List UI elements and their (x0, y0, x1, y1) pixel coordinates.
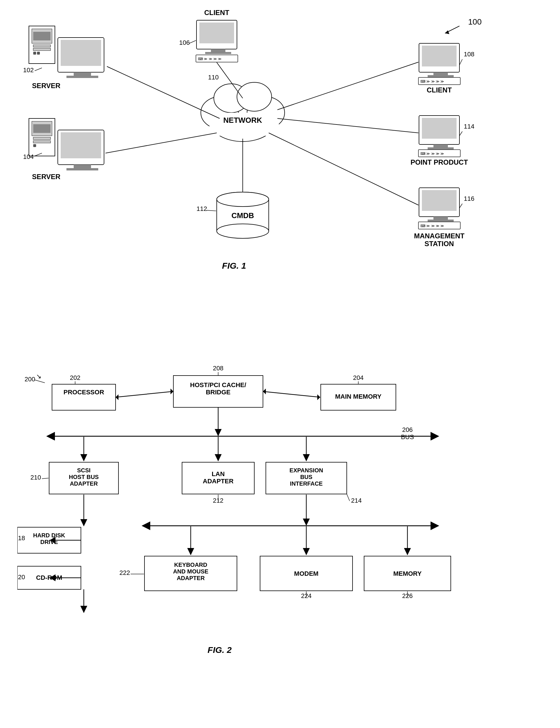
svg-marker-115 (303, 518, 310, 526)
svg-rect-26 (199, 23, 234, 43)
svg-marker-88 (215, 429, 222, 436)
svg-marker-113 (431, 521, 439, 530)
label-lan-1: LAN (212, 470, 225, 477)
svg-rect-18 (33, 141, 51, 143)
svg-line-100 (347, 494, 350, 501)
svg-line-69 (269, 133, 418, 205)
svg-rect-5 (33, 45, 51, 47)
label-kbd-2: AND MOUSE (173, 568, 208, 575)
svg-rect-35 (428, 75, 454, 77)
ref-210-text: 210 (30, 474, 41, 481)
svg-line-96 (42, 478, 49, 479)
label-network: NETWORK (223, 116, 262, 125)
page: 100 102 SERVER (0, 0, 560, 728)
label-scsi-2: HOST BUS (69, 474, 99, 480)
svg-point-57 (237, 82, 272, 111)
svg-marker-79 (116, 394, 118, 400)
svg-line-78 (116, 391, 173, 397)
svg-rect-49 (428, 220, 454, 222)
svg-rect-12 (66, 76, 98, 78)
svg-rect-23 (66, 168, 98, 171)
label-mgmt-station-1: MANAGEMENT (414, 232, 465, 240)
svg-marker-121 (404, 548, 411, 555)
fig2-svg: 200 ↘ PROCESSOR 202 HOST/PCI CACHE/ BRID… (17, 347, 543, 716)
svg-rect-11 (74, 72, 91, 76)
svg-marker-102 (80, 519, 87, 526)
label-processor: PROCESSOR (64, 388, 104, 396)
svg-line-81 (263, 391, 320, 397)
label-point-product: POINT PRODUCT (411, 158, 468, 166)
label-host-pci-1: HOST/PCI CACHE/ (190, 381, 246, 388)
label-hdd-1: HARD DISK (33, 532, 65, 538)
svg-marker-119 (303, 548, 310, 555)
svg-marker-111 (142, 521, 150, 530)
fig2-label: FIG. 2 (207, 645, 232, 655)
svg-marker-1 (445, 30, 449, 34)
svg-text:⌨ ≫ ≫ ≫ ≫: ⌨ ≫ ≫ ≫ ≫ (420, 79, 444, 84)
svg-text:⌨ ≫ ≫ ≫ ≫: ⌨ ≫ ≫ ≫ ≫ (420, 152, 444, 156)
label-host-pci-2: BRIDGE (206, 388, 231, 396)
fig1-container: 100 102 SERVER (17, 9, 543, 327)
label-expansion-2: BUS (300, 474, 312, 480)
svg-line-71 (35, 380, 45, 383)
svg-line-63 (207, 210, 216, 211)
svg-rect-10 (61, 40, 101, 66)
svg-rect-47 (422, 190, 457, 211)
svg-marker-94 (303, 454, 310, 461)
ref-206-text: 206 (402, 426, 413, 433)
label-kbd-1: KEYBOARD (174, 562, 207, 568)
ref-222-text: 222 (119, 569, 130, 576)
svg-rect-48 (433, 217, 448, 220)
label-scsi-1: SCSI (77, 467, 91, 473)
label-server1: SERVER (32, 82, 60, 90)
svg-rect-42 (428, 147, 454, 149)
svg-point-62 (217, 192, 269, 207)
svg-rect-40 (422, 118, 457, 139)
svg-marker-80 (170, 388, 173, 394)
label-memory: MEMORY (393, 570, 422, 577)
ref-202-text: 202 (70, 374, 81, 381)
ref-110-text: 110 (208, 74, 219, 81)
svg-rect-33 (422, 46, 457, 66)
svg-rect-17 (33, 137, 51, 140)
ref-220-text: 220 (17, 573, 25, 581)
svg-line-65 (107, 66, 220, 118)
label-mgmt-station-2: STATION (424, 240, 454, 248)
label-server2: SERVER (32, 173, 60, 181)
ref-208-text: 208 (213, 364, 224, 372)
svg-rect-7 (33, 52, 36, 55)
svg-line-66 (105, 133, 217, 153)
label-scsi-3: ADAPTER (70, 480, 98, 487)
label-client1: CLIENT (204, 9, 229, 16)
svg-text:⌨ ≫ ≫ ≫ ≫: ⌨ ≫ ≫ ≫ ≫ (198, 57, 222, 61)
label-main-memory: MAIN MEMORY (335, 393, 382, 400)
svg-marker-83 (317, 394, 320, 400)
ref-114-text: 114 (464, 123, 474, 130)
svg-rect-6 (33, 48, 51, 51)
svg-marker-92 (215, 454, 222, 461)
ref-108-text: 108 (464, 51, 474, 58)
svg-line-52 (459, 204, 462, 208)
label-expansion-1: EXPANSION (290, 467, 323, 473)
svg-marker-86 (431, 432, 439, 440)
svg-rect-34 (433, 72, 448, 75)
svg-marker-82 (263, 388, 266, 394)
label-cmdb: CMDB (231, 211, 254, 220)
label-lan-2: ADAPTER (203, 477, 233, 485)
svg-marker-84 (46, 432, 55, 440)
svg-rect-72 (52, 384, 116, 410)
svg-line-38 (459, 59, 462, 65)
ref-102-text: 102 (23, 66, 34, 74)
svg-marker-110 (80, 606, 87, 613)
svg-line-67 (277, 62, 418, 110)
svg-line-68 (277, 118, 418, 133)
ref-112-text: 112 (196, 205, 207, 212)
svg-rect-16 (33, 124, 51, 133)
svg-line-13 (35, 68, 42, 71)
label-kbd-3: ADAPTER (177, 575, 205, 581)
svg-rect-28 (205, 52, 231, 54)
fig1-svg: 100 102 SERVER (17, 9, 543, 327)
svg-rect-22 (74, 165, 91, 168)
svg-point-61 (217, 224, 269, 238)
label-expansion-3: INTERFACE (290, 480, 322, 487)
